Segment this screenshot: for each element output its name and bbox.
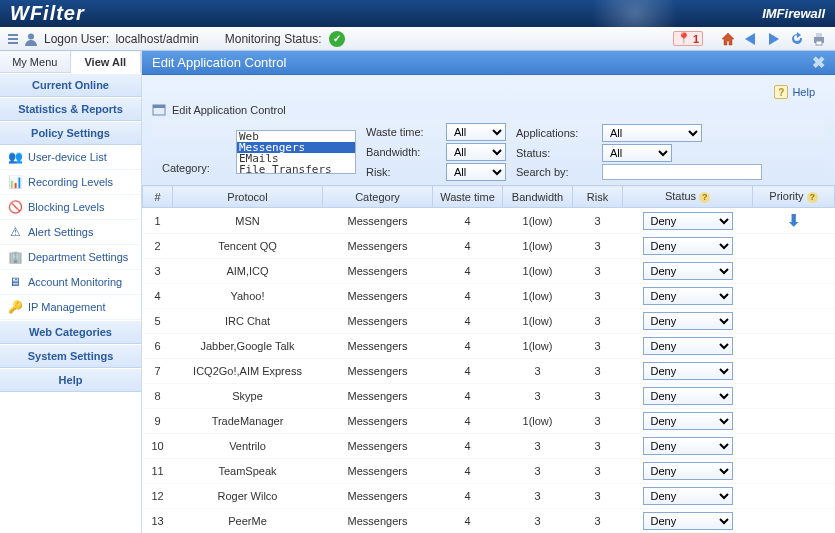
filter-bandwidth-select[interactable]: All	[446, 143, 506, 161]
row-status-select[interactable]: Deny	[643, 287, 733, 305]
cell-risk: 3	[573, 509, 623, 534]
col-bandwidth[interactable]: Bandwidth	[503, 186, 573, 208]
sidebar-item-ip[interactable]: 🔑 IP Management	[0, 295, 141, 320]
cell-category: Messengers	[323, 234, 433, 259]
sidebar-item-user-device[interactable]: 👥 User-device List	[0, 145, 141, 170]
close-icon[interactable]: ✖	[812, 53, 825, 72]
row-status-select[interactable]: Deny	[643, 437, 733, 455]
table-row: 1MSNMessengers41(low)3Deny⬇	[143, 208, 835, 234]
sidebar-section-current-online[interactable]: Current Online	[0, 73, 141, 97]
cell-bandwidth: 1(low)	[503, 334, 573, 359]
sidebar-item-blocking[interactable]: 🚫 Blocking Levels	[0, 195, 141, 220]
svg-rect-2	[816, 33, 822, 37]
sidebar-item-account-monitoring[interactable]: 🖥 Account Monitoring	[0, 270, 141, 295]
row-status-select[interactable]: Deny	[643, 337, 733, 355]
row-status-select[interactable]: Deny	[643, 512, 733, 530]
app-logo: WFilter	[10, 2, 85, 25]
col-risk[interactable]: Risk	[573, 186, 623, 208]
filter-applications-select[interactable]: All	[602, 124, 702, 142]
cell-risk: 3	[573, 359, 623, 384]
col-status[interactable]: Status ?	[623, 186, 753, 208]
tab-my-menu[interactable]: My Menu	[0, 51, 71, 72]
row-status-select[interactable]: Deny	[643, 212, 733, 230]
home-icon[interactable]	[721, 32, 735, 46]
user-icon	[24, 32, 38, 46]
breadcrumb: Edit Application Control	[172, 104, 286, 116]
cell-bandwidth: 1(low)	[503, 234, 573, 259]
sidebar-section-help[interactable]: Help	[0, 368, 141, 392]
menu-icon[interactable]	[8, 32, 18, 46]
cell-waste: 4	[433, 284, 503, 309]
brand-label: IMFirewall	[762, 6, 825, 21]
table-row: 3AIM,ICQMessengers41(low)3Deny	[143, 259, 835, 284]
cell-num: 12	[143, 484, 173, 509]
filter-category-select[interactable]: WebMessengersEMailsFile Transfers	[236, 130, 356, 174]
sidebar-section-policy[interactable]: Policy Settings	[0, 121, 141, 145]
col-category[interactable]: Category	[323, 186, 433, 208]
help-link[interactable]: ? Help	[774, 85, 815, 99]
cell-status: Deny	[623, 334, 753, 359]
sidebar: My Menu View All Current Online Statisti…	[0, 51, 142, 533]
cell-risk: 3	[573, 309, 623, 334]
sidebar-item-label: User-device List	[28, 151, 107, 163]
refresh-icon[interactable]	[789, 31, 805, 47]
priority-down-icon[interactable]: ⬇	[787, 212, 800, 229]
filter-risk-select[interactable]: All	[446, 163, 506, 181]
cell-bandwidth: 3	[503, 434, 573, 459]
row-status-select[interactable]: Deny	[643, 487, 733, 505]
cell-status: Deny	[623, 409, 753, 434]
nav-back-icon[interactable]	[741, 32, 759, 46]
cell-num: 13	[143, 509, 173, 534]
col-priority[interactable]: Priority ?	[753, 186, 835, 208]
cell-waste: 4	[433, 334, 503, 359]
row-status-select[interactable]: Deny	[643, 262, 733, 280]
cell-bandwidth: 1(low)	[503, 259, 573, 284]
table-row: 7ICQ2Go!,AIM ExpressMessengers433Deny	[143, 359, 835, 384]
cell-priority: ⬇	[753, 208, 835, 234]
filter-risk-label: Risk:	[366, 166, 440, 178]
table-row: 8SkypeMessengers433Deny	[143, 384, 835, 409]
cell-protocol: IRC Chat	[173, 309, 323, 334]
svg-point-0	[28, 33, 34, 39]
sidebar-item-recording[interactable]: 📊 Recording Levels	[0, 170, 141, 195]
cell-waste: 4	[433, 234, 503, 259]
cell-risk: 3	[573, 384, 623, 409]
cell-num: 4	[143, 284, 173, 309]
sidebar-section-web-cat[interactable]: Web Categories	[0, 320, 141, 344]
row-status-select[interactable]: Deny	[643, 312, 733, 330]
tab-view-all[interactable]: View All	[71, 52, 142, 73]
col-waste[interactable]: Waste time	[433, 186, 503, 208]
filter-search-input[interactable]	[602, 164, 762, 180]
printer-icon[interactable]	[811, 31, 827, 47]
sidebar-item-label: Alert Settings	[28, 226, 93, 238]
category-option[interactable]: File Transfers	[237, 164, 355, 174]
logon-label: Logon User:	[44, 32, 109, 46]
row-status-select[interactable]: Deny	[643, 412, 733, 430]
cell-category: Messengers	[323, 259, 433, 284]
row-status-select[interactable]: Deny	[643, 362, 733, 380]
col-num[interactable]: #	[143, 186, 173, 208]
filter-waste-select[interactable]: All	[446, 123, 506, 141]
col-protocol[interactable]: Protocol	[173, 186, 323, 208]
nav-forward-icon[interactable]	[765, 32, 783, 46]
cell-protocol: Yahoo!	[173, 284, 323, 309]
row-status-select[interactable]: Deny	[643, 462, 733, 480]
cell-priority	[753, 409, 835, 434]
row-status-select[interactable]: Deny	[643, 387, 733, 405]
alert-badge[interactable]: 📍 1	[673, 31, 703, 46]
sidebar-item-alert[interactable]: ⚠ Alert Settings	[0, 220, 141, 245]
cell-status: Deny	[623, 384, 753, 409]
cell-protocol: Roger Wilco	[173, 484, 323, 509]
cell-priority	[753, 334, 835, 359]
sidebar-section-system[interactable]: System Settings	[0, 344, 141, 368]
row-status-select[interactable]: Deny	[643, 237, 733, 255]
cell-category: Messengers	[323, 359, 433, 384]
cell-protocol: Jabber,Google Talk	[173, 334, 323, 359]
help-label: Help	[792, 86, 815, 98]
sidebar-section-stats[interactable]: Statistics & Reports	[0, 97, 141, 121]
cell-priority	[753, 309, 835, 334]
cell-protocol: PeerMe	[173, 509, 323, 534]
sidebar-item-department[interactable]: 🏢 Department Settings	[0, 245, 141, 270]
filter-status-select[interactable]: All	[602, 144, 672, 162]
cell-waste: 4	[433, 208, 503, 234]
